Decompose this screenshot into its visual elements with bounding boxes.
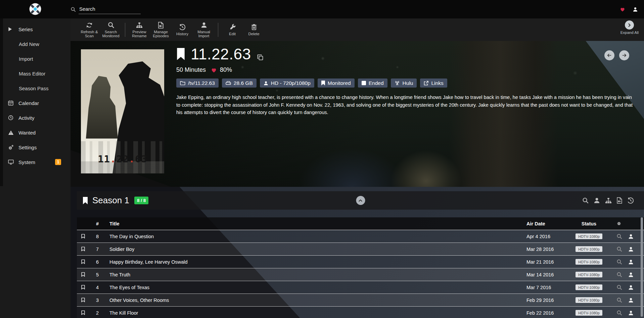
episode-interactive-search-icon[interactable] bbox=[628, 247, 634, 252]
episode-interactive-search-icon[interactable] bbox=[628, 285, 634, 290]
search-input[interactable] bbox=[79, 5, 141, 14]
episode-number: 4 bbox=[94, 285, 109, 290]
episode-row[interactable]: 7 Soldier Boy Mar 28 2016 HDTV-1080p bbox=[77, 243, 644, 256]
sidebar-scrollbar[interactable] bbox=[0, 18, 3, 186]
monitored-badge[interactable]: Monitored bbox=[318, 78, 355, 88]
table-scrollbar[interactable] bbox=[641, 217, 643, 317]
episode-interactive-search-icon[interactable] bbox=[628, 234, 634, 239]
refresh-scan-button[interactable]: Refresh & Scan bbox=[79, 21, 100, 38]
donate-heart-icon[interactable] bbox=[620, 7, 625, 12]
episode-monitored-icon[interactable] bbox=[81, 259, 94, 264]
user-icon[interactable] bbox=[633, 7, 638, 12]
episode-interactive-search-icon[interactable] bbox=[628, 298, 634, 303]
expand-all-label: Expand All bbox=[620, 31, 639, 35]
episode-search-icon[interactable] bbox=[616, 246, 622, 252]
series-toolbar: Refresh & Scan Search Monitored Preview … bbox=[71, 18, 644, 41]
sidebar-item-mass-editor[interactable]: Mass Editor bbox=[0, 66, 71, 81]
sidebar-item-settings[interactable]: Settings bbox=[0, 140, 71, 155]
season-history-icon[interactable] bbox=[627, 197, 634, 204]
episode-title[interactable]: The Day in Question bbox=[109, 234, 526, 239]
season-file-icon[interactable] bbox=[617, 197, 622, 204]
preview-rename-button[interactable]: Preview Rename bbox=[129, 21, 150, 38]
season-search-icon[interactable] bbox=[582, 197, 589, 204]
sidebar-item-activity[interactable]: Activity bbox=[0, 110, 71, 125]
episode-title[interactable]: Soldier Boy bbox=[109, 247, 526, 252]
quality-profile-badge[interactable]: HD - 720p/1080p bbox=[260, 78, 314, 88]
episode-row[interactable]: 3 Other Voices, Other Rooms Feb 29 2016 … bbox=[77, 294, 644, 307]
episode-search-icon[interactable] bbox=[616, 310, 622, 316]
column-header-number[interactable]: # bbox=[94, 221, 109, 226]
edit-button[interactable]: Edit bbox=[222, 23, 243, 36]
episode-title[interactable]: The Eyes of Texas bbox=[109, 285, 526, 290]
episode-title[interactable]: Other Voices, Other Rooms bbox=[109, 298, 526, 303]
history-button[interactable]: History bbox=[172, 23, 193, 36]
episode-monitored-icon[interactable] bbox=[81, 234, 94, 239]
sidebar-item-system[interactable]: System 1 bbox=[0, 155, 71, 169]
collapse-season-button[interactable] bbox=[356, 196, 365, 205]
status-badge[interactable]: Ended bbox=[358, 78, 387, 88]
episode-air-date: Mar 14 2016 bbox=[526, 272, 571, 277]
system-health-badge: 1 bbox=[55, 159, 61, 165]
episode-row[interactable]: 2 The Kill Floor Feb 22 2016 HDTV-1080p bbox=[77, 307, 644, 318]
episode-interactive-search-icon[interactable] bbox=[628, 272, 634, 277]
sonarr-logo-icon[interactable] bbox=[29, 3, 42, 15]
episode-interactive-search-icon[interactable] bbox=[628, 310, 634, 316]
copy-icon[interactable] bbox=[257, 54, 263, 60]
episode-title[interactable]: The Truth bbox=[109, 272, 526, 277]
size-badge[interactable]: 28.6 GB bbox=[222, 78, 257, 88]
episode-search-icon[interactable] bbox=[616, 284, 622, 290]
search-monitored-button[interactable]: Search Monitored bbox=[100, 21, 121, 38]
episode-row[interactable]: 4 The Eyes of Texas Mar 7 2016 HDTV-1080… bbox=[77, 281, 644, 294]
column-header-title[interactable]: Title bbox=[109, 221, 526, 226]
episode-search-icon[interactable] bbox=[616, 297, 622, 303]
rating-heart-icon bbox=[211, 67, 217, 73]
table-options-gear-icon[interactable] bbox=[607, 221, 642, 226]
previous-series-button[interactable] bbox=[604, 50, 614, 60]
episode-title[interactable]: Happy Birthday, Lee Harvey Oswald bbox=[109, 259, 526, 265]
toolbar-button-label: Refresh & Scan bbox=[79, 30, 100, 38]
sidebar-item-label: System bbox=[18, 159, 35, 165]
network-badge[interactable]: Hulu bbox=[391, 78, 417, 88]
next-series-button[interactable] bbox=[619, 50, 629, 60]
sidebar-item-wanted[interactable]: Wanted bbox=[0, 125, 71, 140]
episode-title[interactable]: The Kill Floor bbox=[109, 310, 526, 316]
season-header-bar[interactable]: Season 1 8 / 8 bbox=[77, 191, 644, 210]
manage-episodes-button[interactable]: Manage Episodes bbox=[150, 21, 171, 38]
season-interactive-search-icon[interactable] bbox=[594, 197, 600, 204]
episode-search-icon[interactable] bbox=[616, 272, 622, 277]
episode-monitored-icon[interactable] bbox=[81, 285, 94, 290]
episode-monitored-icon[interactable] bbox=[81, 247, 94, 252]
sidebar-item-label: Wanted bbox=[18, 130, 36, 136]
path-badge[interactable]: /tv/11.22.63 bbox=[176, 78, 219, 88]
links-badge[interactable]: Links bbox=[420, 78, 447, 88]
episode-search-icon[interactable] bbox=[616, 259, 622, 265]
toolbar-separator bbox=[125, 23, 125, 37]
episode-number: 3 bbox=[94, 298, 109, 303]
sidebar-item-add-new[interactable]: Add New bbox=[0, 37, 71, 51]
episode-monitored-icon[interactable] bbox=[81, 272, 94, 277]
episode-search-icon[interactable] bbox=[616, 233, 622, 239]
episode-air-date: Feb 22 2016 bbox=[526, 310, 571, 316]
episode-monitored-icon[interactable] bbox=[81, 298, 94, 303]
series-runtime: 50 Minutes bbox=[176, 66, 206, 73]
monitored-bookmark-icon[interactable] bbox=[176, 48, 185, 60]
column-header-air-date[interactable]: Air Date bbox=[526, 221, 571, 226]
episode-monitored-icon[interactable] bbox=[81, 310, 94, 315]
season-rename-icon[interactable] bbox=[605, 198, 612, 204]
sidebar-item-calendar[interactable]: Calendar bbox=[0, 96, 71, 110]
expand-all-button[interactable]: Expand All bbox=[620, 20, 639, 35]
episode-row[interactable]: 5 The Truth Mar 14 2016 HDTV-1080p bbox=[77, 268, 644, 281]
sidebar-item-label: Import bbox=[19, 56, 33, 62]
episode-interactive-search-icon[interactable] bbox=[628, 259, 634, 265]
episode-row[interactable]: 8 The Day in Question Apr 4 2016 HDTV-10… bbox=[77, 230, 644, 243]
sidebar-item-season-pass[interactable]: Season Pass bbox=[0, 81, 71, 96]
episode-row[interactable]: 6 Happy Birthday, Lee Harvey Oswald Mar … bbox=[77, 256, 644, 268]
episode-quality-badge: HDTV-1080p bbox=[576, 272, 602, 277]
season-monitored-bookmark-icon[interactable] bbox=[83, 197, 88, 204]
sidebar-item-series[interactable]: Series bbox=[0, 22, 71, 37]
column-header-status[interactable]: Status bbox=[571, 221, 607, 226]
sidebar-item-import[interactable]: Import bbox=[0, 51, 71, 66]
manual-import-button[interactable]: Manual Import bbox=[193, 21, 214, 38]
delete-button[interactable]: Delete bbox=[243, 23, 264, 36]
toolbar-button-label: Edit bbox=[229, 32, 236, 36]
